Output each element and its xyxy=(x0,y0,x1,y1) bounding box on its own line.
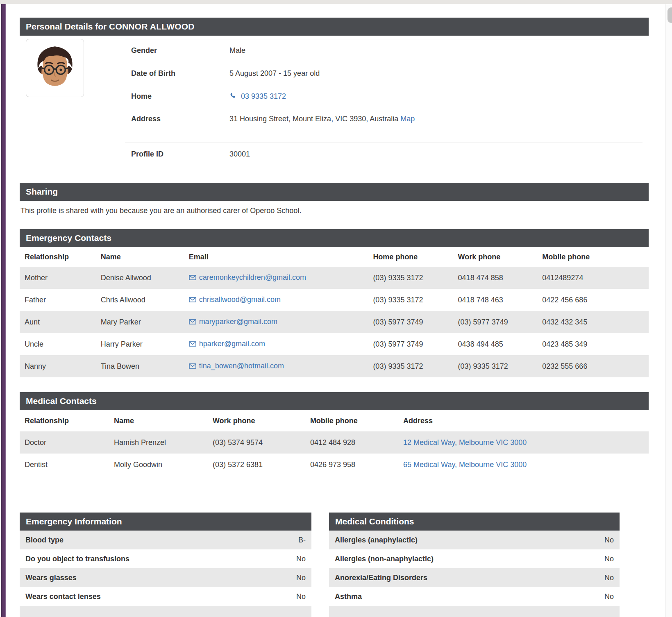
home-phone-cell: (03) 5977 3749 xyxy=(368,340,453,349)
profile-id-value: 30001 xyxy=(229,150,250,159)
clipped-row xyxy=(20,606,311,617)
emergency-contacts-table: Relationship Name Email Home phone Work … xyxy=(20,247,649,377)
column-header: Home phone xyxy=(368,253,453,261)
mobile-phone-cell: 0422 456 686 xyxy=(537,296,649,304)
table-row: Doctor Hamish Prenzel (03) 5374 9574 041… xyxy=(20,431,649,454)
email-cell: caremonkeychildren@gmail.com xyxy=(184,273,368,282)
address-row: Address 31 Housing Street, Mount Eliza, … xyxy=(125,108,642,143)
condition-value: No xyxy=(604,574,614,582)
table-row: Dentist Molly Goodwin (03) 5372 6381 042… xyxy=(20,454,649,476)
home-label: Home xyxy=(125,92,229,101)
column-header: Work phone xyxy=(453,253,538,261)
table-row: Father Chris Allwood chrisallwood@gmail.… xyxy=(20,289,649,311)
condition-label: Allergies (non-anaphylactic) xyxy=(335,555,434,563)
column-header: Relationship xyxy=(20,253,96,261)
relationship-cell: Doctor xyxy=(20,438,109,447)
sharing-text: This profile is shared with you because … xyxy=(20,201,649,218)
profile-id-row: Profile ID 30001 xyxy=(125,143,642,166)
emergency-information-panel: Emergency Information Blood type B- Do y… xyxy=(20,513,311,617)
relationship-cell: Aunt xyxy=(20,318,96,327)
envelope-icon xyxy=(189,274,196,282)
emergency-contacts-column-headers: Relationship Name Email Home phone Work … xyxy=(20,247,649,267)
sharing-header: Sharing xyxy=(20,183,649,201)
name-cell: Hamish Prenzel xyxy=(109,438,208,447)
column-header: Mobile phone xyxy=(537,253,649,261)
info-label: Wears contact lenses xyxy=(25,592,101,601)
column-header: Work phone xyxy=(208,417,305,425)
home-phone-link[interactable]: 03 9335 3172 xyxy=(241,92,286,100)
condition-value: No xyxy=(604,555,614,563)
relationship-cell: Dentist xyxy=(20,460,109,469)
info-value: No xyxy=(296,555,306,563)
envelope-icon xyxy=(189,362,196,370)
email-link[interactable]: caremonkeychildren@gmail.com xyxy=(199,273,306,281)
address-link[interactable]: 12 Medical Way, Melbourne VIC 3000 xyxy=(403,438,527,447)
phone-icon xyxy=(229,93,238,101)
medical-contacts-table: Relationship Name Work phone Mobile phon… xyxy=(20,410,649,476)
email-link[interactable]: hparker@gmail.com xyxy=(199,340,265,348)
relationship-cell: Mother xyxy=(20,274,96,282)
email-cell: hparker@gmail.com xyxy=(184,340,368,349)
clipped-row xyxy=(329,606,620,617)
work-phone-cell: (03) 9335 3172 xyxy=(453,362,538,371)
table-row: Aunt Mary Parker maryparker@gmail.com (0… xyxy=(20,311,649,333)
info-row: Blood type B- xyxy=(20,531,311,549)
email-link[interactable]: chrisallwood@gmail.com xyxy=(199,295,281,304)
column-header: Mobile phone xyxy=(305,417,398,425)
profile-page: Personal Details for CONNOR ALLWOOD xyxy=(20,18,649,617)
column-header: Email xyxy=(184,253,368,261)
left-accent-stripe xyxy=(1,4,6,617)
condition-row: Asthma No xyxy=(329,587,620,606)
gender-label: Gender xyxy=(125,46,229,55)
relationship-cell: Uncle xyxy=(20,340,96,349)
info-row: Do you object to transfusions No xyxy=(20,549,311,568)
relationship-cell: Nanny xyxy=(20,362,96,371)
address-link[interactable]: 65 Medical Way, Melbourne VIC 3000 xyxy=(403,460,527,469)
info-value: B- xyxy=(298,536,306,544)
emergency-information-header: Emergency Information xyxy=(20,513,311,531)
home-phone-row: Home 03 9335 3172 xyxy=(125,85,642,108)
email-link[interactable]: maryparker@gmail.com xyxy=(199,318,277,326)
mobile-phone-cell: 0426 973 958 xyxy=(305,460,398,469)
condition-label: Anorexia/Eating Disorders xyxy=(335,574,427,582)
gender-value: Male xyxy=(229,46,245,55)
condition-row: Allergies (non-anaphylactic) No xyxy=(329,549,620,568)
name-cell: Tina Bowen xyxy=(96,362,184,371)
scrollbar-track[interactable] xyxy=(665,4,672,617)
work-phone-cell: (03) 5374 9574 xyxy=(208,438,305,447)
bottom-panels: Emergency Information Blood type B- Do y… xyxy=(20,513,620,617)
column-header: Name xyxy=(96,253,184,261)
medical-contacts-header: Medical Contacts xyxy=(20,392,649,410)
medical-conditions-header: Medical Conditions xyxy=(329,513,620,531)
column-header: Address xyxy=(398,417,649,425)
mobile-phone-cell: 0412 484 928 xyxy=(305,438,398,447)
profile-id-label: Profile ID xyxy=(125,150,229,159)
personal-details-body: Gender Male Date of Birth 5 August 2007 … xyxy=(20,39,649,166)
work-phone-cell: (03) 5977 3749 xyxy=(453,318,538,327)
emergency-contacts-header: Emergency Contacts xyxy=(20,229,649,247)
condition-label: Allergies (anaphylactic) xyxy=(335,536,418,544)
column-header: Relationship xyxy=(20,417,109,425)
name-cell: Denise Allwood xyxy=(96,274,184,282)
email-cell: maryparker@gmail.com xyxy=(184,318,368,327)
condition-row: Allergies (anaphylactic) No xyxy=(329,531,620,549)
work-phone-cell: (03) 5372 6381 xyxy=(208,460,305,469)
email-cell: tina_bowen@hotmail.com xyxy=(184,362,368,371)
address-cell: 12 Medical Way, Melbourne VIC 3000 xyxy=(398,438,649,447)
info-row: Wears contact lenses No xyxy=(20,587,311,606)
relationship-cell: Father xyxy=(20,296,96,304)
address-label: Address xyxy=(125,115,229,123)
condition-value: No xyxy=(604,536,614,544)
map-link[interactable]: Map xyxy=(400,115,415,123)
dob-row: Date of Birth 5 August 2007 - 15 year ol… xyxy=(125,62,642,85)
info-label: Do you object to transfusions xyxy=(25,555,129,563)
scrollbar-thumb[interactable] xyxy=(667,7,672,23)
work-phone-cell: 0418 748 463 xyxy=(453,296,538,304)
email-link[interactable]: tina_bowen@hotmail.com xyxy=(199,362,284,370)
mobile-phone-cell: 0423 485 349 xyxy=(537,340,649,349)
mobile-phone-cell: 0432 432 345 xyxy=(537,318,649,327)
personal-details-header: Personal Details for CONNOR ALLWOOD xyxy=(20,18,649,36)
envelope-icon xyxy=(189,340,196,348)
dob-label: Date of Birth xyxy=(125,69,229,78)
info-row: Wears glasses No xyxy=(20,568,311,587)
